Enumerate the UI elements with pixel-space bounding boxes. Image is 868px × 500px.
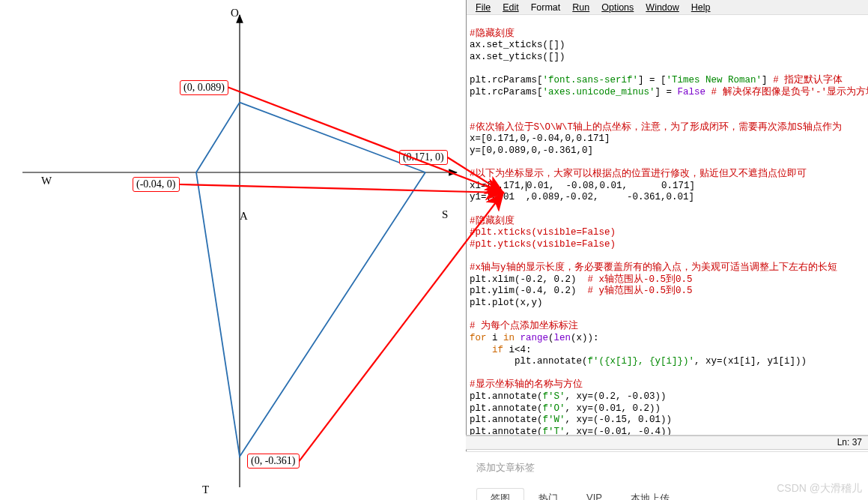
- tab-sig[interactable]: 签图: [476, 488, 524, 500]
- axis-label-A: A: [240, 210, 248, 223]
- axis-label-T: T: [202, 484, 209, 496]
- statusbar: Ln: 37: [466, 435, 868, 450]
- editor-pane: File Edit Format Run Options Window Help…: [466, 0, 868, 500]
- axis-label-S: S: [442, 208, 448, 221]
- coord-label-p1: (0, 0.089): [180, 80, 228, 95]
- axis-label-O: O: [231, 7, 239, 19]
- tab-local[interactable]: 本地上传: [616, 488, 684, 500]
- coord-label-p3: (-0.04, 0): [133, 177, 180, 192]
- chart-pane: O W S T A (0, 0.089) (0.171, 0) (-0.04, …: [0, 0, 464, 500]
- menu-options[interactable]: Options: [595, 2, 640, 13]
- tab-hot[interactable]: 热门: [524, 488, 572, 500]
- coord-label-p2: (0.171, 0): [399, 150, 448, 165]
- coord-label-p4: (0, -0.361): [247, 454, 300, 469]
- watermark: CSDN @大滑稽儿: [777, 482, 862, 496]
- menubar: File Edit Format Run Options Window Help: [467, 0, 868, 15]
- menu-file[interactable]: File: [470, 2, 497, 13]
- menu-window[interactable]: Window: [640, 2, 685, 13]
- tab-vip[interactable]: VIP: [572, 488, 616, 500]
- chart-svg: [0, 0, 464, 500]
- code-editor[interactable]: #隐藏刻度 ax.set_xticks([]) ax.set_yticks([]…: [467, 15, 868, 435]
- status-line: Ln: 37: [837, 437, 862, 448]
- menu-run[interactable]: Run: [566, 2, 595, 13]
- menu-help[interactable]: Help: [685, 2, 717, 13]
- menu-format[interactable]: Format: [525, 2, 567, 13]
- add-tag-placeholder[interactable]: 添加文章标签: [476, 458, 858, 478]
- menu-edit[interactable]: Edit: [497, 2, 525, 13]
- axis-label-W: W: [41, 175, 52, 187]
